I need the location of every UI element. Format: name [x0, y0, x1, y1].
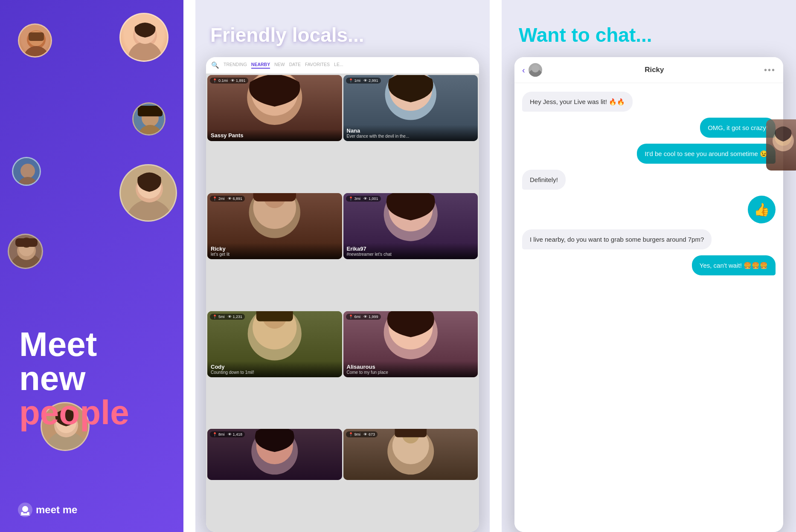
card-info-nana: Nana Ever dance with the devil in the...	[343, 125, 478, 141]
svg-rect-39	[253, 193, 296, 201]
panel2-header: Friendly locals...	[195, 0, 490, 57]
card-sub: #newstreamer let's chat	[347, 252, 475, 257]
card-badge-ricky: 📍2mi👁6,891	[210, 196, 245, 202]
card-badge-cody: 📍5mi👁1,231	[210, 314, 245, 320]
msg-sent-3: Yes, can't wait! 🍔🍔🍔	[692, 255, 776, 275]
card-name: Cody	[211, 364, 339, 370]
panel3-title: Want to chat...	[519, 23, 779, 46]
msg-received-2: Definitely!	[522, 170, 566, 190]
avatar	[119, 164, 177, 222]
back-icon[interactable]: ‹	[522, 65, 525, 75]
msg-received-3: I live nearby, do you want to grab some …	[522, 229, 712, 249]
card-badge-erika: 📍3mi👁1,001	[346, 196, 381, 202]
card-sub: Ever dance with the devil in the...	[347, 134, 475, 139]
svg-point-14	[126, 200, 173, 222]
card-sub: let's get lit	[211, 252, 339, 257]
card-name: Sassy Pants	[211, 132, 339, 139]
avatar	[18, 23, 52, 58]
card-badge-b1: 📍8mi👁1,418	[210, 431, 245, 437]
card-sub: Come to my fun place	[347, 370, 475, 375]
svg-point-12	[20, 164, 35, 178]
card-badge-sassy: 📍0.1mi👁1,891	[210, 78, 248, 84]
phone-mockup: 🔍 TRENDING NEARBY NEW DATE FAVORITES LE.…	[206, 57, 479, 532]
more-options-icon[interactable]: •••	[764, 65, 776, 75]
decorative-card	[766, 119, 796, 171]
tab-new[interactable]: NEW	[274, 62, 285, 69]
chat-avatar	[529, 63, 542, 77]
svg-rect-3	[29, 32, 44, 41]
panel3-header: Want to chat...	[502, 0, 796, 57]
panel-intro: Meet new people meet me	[0, 0, 183, 532]
grid-card-bottom2[interactable]: 📍9mi👁673	[343, 429, 478, 480]
tab-date[interactable]: DATE	[289, 62, 301, 69]
logo: meet me	[18, 503, 77, 517]
grid-container: 📍0.1mi👁1,891 Sassy Pants	[206, 74, 479, 532]
card-name: Erika97	[347, 246, 475, 252]
hero-line3: people	[19, 396, 129, 430]
card-name: Alisaurous	[347, 364, 475, 370]
svg-rect-10	[138, 106, 163, 116]
svg-point-1	[23, 46, 49, 58]
card-info-ali: Alisaurous Come to my fun place	[343, 361, 478, 377]
logo-text: meet me	[36, 504, 77, 516]
gap2	[490, 0, 502, 532]
svg-point-5	[128, 42, 162, 62]
msg-sent-1: OMG, it got so crazy!	[700, 118, 776, 138]
app-container: Meet new people meet me Friendly locals.…	[0, 0, 796, 532]
tab-more[interactable]: LE...	[334, 62, 343, 69]
hero-text: Meet new people	[19, 327, 129, 430]
msg-sent-2: It'd be cool to see you around sometime …	[637, 144, 776, 164]
svg-point-26	[22, 506, 28, 512]
hero-line1: Meet	[19, 327, 129, 361]
gap1	[183, 0, 195, 532]
hero-line2: new	[19, 361, 129, 396]
card-info-sassy: Sassy Pants	[207, 130, 342, 141]
tab-trending[interactable]: TRENDING	[224, 62, 247, 69]
card-sub: Counting down to 1mil!	[211, 370, 339, 375]
card-name: Nana	[347, 127, 475, 134]
chat-header: ‹ Ricky •••	[514, 57, 783, 83]
tab-favorites[interactable]: FAVORITES	[305, 62, 330, 69]
grid-card-sassy[interactable]: 📍0.1mi👁1,891 Sassy Pants	[207, 75, 342, 141]
grid-card-cody[interactable]: 📍5mi👁1,231 Cody Counting down to 1mil!	[207, 311, 342, 377]
grid-card-erika[interactable]: 📍3mi👁1,001 Erika97 #newstreamer let's ch…	[343, 193, 478, 259]
tab-nearby[interactable]: NEARBY	[251, 62, 270, 69]
svg-rect-58	[395, 429, 427, 437]
chat-mockup: ‹ Ricky ••• Hey Jess, your Live was lit!…	[514, 57, 783, 532]
panel2-title: Friendly locals...	[210, 23, 475, 46]
chat-messages: Hey Jess, your Live was lit! 🔥🔥 OMG, it …	[514, 83, 783, 532]
avatar	[119, 13, 168, 62]
nav-tabs: TRENDING NEARBY NEW DATE FAVORITES LE...	[224, 62, 343, 69]
msg-received-1: Hey Jess, your Live was lit! 🔥🔥	[522, 92, 633, 112]
svg-point-28	[27, 512, 29, 515]
card-name: Ricky	[211, 246, 339, 252]
svg-point-60	[532, 65, 539, 72]
card-info-cody: Cody Counting down to 1mil!	[207, 361, 342, 377]
svg-rect-47	[256, 311, 293, 321]
chat-contact-name: Ricky	[545, 66, 764, 74]
avatar	[132, 102, 166, 136]
phone-nav: 🔍 TRENDING NEARBY NEW DATE FAVORITES LE.…	[206, 57, 479, 74]
grid-card-nana[interactable]: 📍1mi👁2,991 Nana Ever dance with the devi…	[343, 75, 478, 141]
search-icon[interactable]: 🔍	[211, 61, 219, 69]
card-info-erika: Erika97 #newstreamer let's chat	[343, 243, 478, 259]
grid-card-bottom1[interactable]: 📍8mi👁1,418	[207, 429, 342, 480]
meetme-logo-icon	[18, 503, 32, 517]
avatar	[8, 234, 43, 269]
grid-card-ricky[interactable]: 📍2mi👁6,891 Ricky let's get lit	[207, 193, 342, 259]
svg-point-27	[21, 512, 23, 515]
panel-chat: Want to chat... ‹ Ricky •••	[502, 0, 796, 532]
card-info-ricky: Ricky let's get lit	[207, 243, 342, 259]
avatar	[12, 157, 41, 186]
thumbs-up-bubble: 👍	[748, 196, 776, 223]
svg-rect-21	[15, 238, 38, 247]
card-badge-nana: 📍1mi👁2,991	[346, 78, 381, 84]
card-badge-b2: 📍9mi👁673	[346, 431, 378, 437]
panel-browse: Friendly locals... 🔍 TRENDING NEARBY NEW…	[195, 0, 490, 532]
grid-card-ali[interactable]: 📍6mi👁1,999 Alisaurous Come to my fun pla…	[343, 311, 478, 377]
card-badge-ali: 📍6mi👁1,999	[346, 314, 381, 320]
